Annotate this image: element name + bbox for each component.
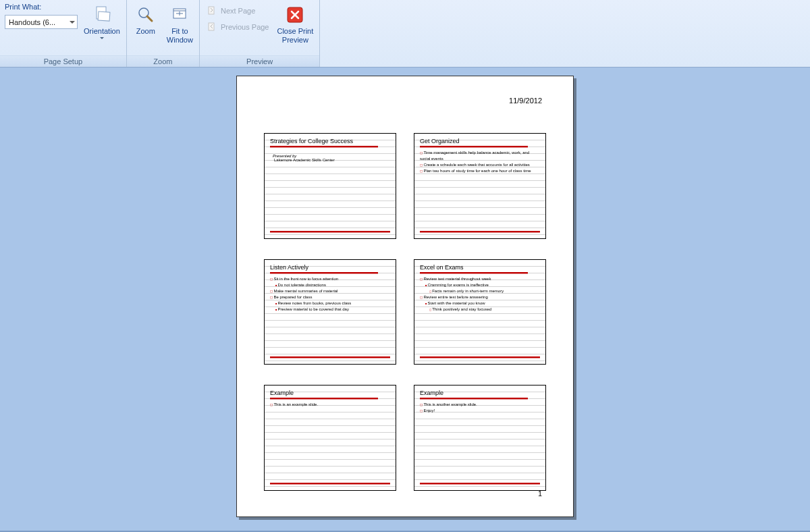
slide-body: Time management skills help balance acad… [420,150,540,174]
bottom-underline [270,231,390,232]
handout-page: 11/9/2012 1 Strategies for College Succe… [236,76,574,517]
title-underline [270,272,378,273]
fit-to-window-button[interactable]: Fit to Window [163,1,197,54]
next-page-label: Next Page [221,7,255,15]
group-page-setup: Print What: Handouts (6... Orientation P… [0,0,127,67]
zoom-label: Zoom [136,27,155,36]
bottom-underline [270,483,390,484]
slide-1: Strategies for College Success Presented… [264,133,396,239]
print-what-container: Print What: Handouts (6... [2,1,80,30]
previous-page-button[interactable]: Previous Page [202,19,273,35]
bottom-underline [420,356,540,358]
next-page-button[interactable]: Next Page [202,3,273,19]
previous-page-icon [206,21,218,33]
close-print-preview-label: Close Print Preview [277,27,313,45]
slide-4: Excel on Exams Review test material thro… [414,259,546,365]
slide-body: This is an example slide. [270,402,390,408]
slide-title: Excel on Exams [420,264,540,271]
slide-6: Example This is another example slide. E… [414,385,546,491]
bottom-underline [270,356,390,358]
slide-5: Example This is an example slide. [264,385,396,491]
fit-to-window-label: Fit to Window [167,27,193,45]
zoom-button[interactable]: Zoom [129,1,163,54]
group-label-page-setup: Page Setup [0,55,126,67]
next-page-icon [206,5,218,17]
slide-title: Listen Actively [270,264,390,271]
print-what-label: Print What: [5,3,77,11]
svg-rect-6 [209,7,214,14]
slide-title: Get Organized [420,138,540,144]
page-date: 11/9/2012 [509,97,542,105]
close-icon [286,3,304,26]
preview-workspace[interactable]: 11/9/2012 1 Strategies for College Succe… [0,68,810,532]
ribbon: Print What: Handouts (6... Orientation P… [0,0,810,68]
zoom-icon [136,3,155,26]
title-underline [420,398,528,399]
title-underline [270,146,378,147]
fit-to-window-icon [170,3,189,26]
chevron-down-icon [100,37,104,39]
orientation-icon [92,3,112,26]
slide-title: Strategies for College Success [270,138,390,144]
svg-rect-1 [98,11,110,21]
slide-3: Listen Actively Sit in the front row to … [264,259,396,365]
slide-title: Example [270,390,390,396]
bottom-underline [420,483,540,484]
bottom-underline [420,231,540,232]
slide-2: Get Organized Time management skills hel… [414,133,546,239]
print-what-value: Handouts (6... [9,18,55,26]
previous-page-label: Previous Page [221,23,269,31]
slide-org: Lakemore Academic Skills Center [274,158,390,162]
group-label-zoom: Zoom [127,55,199,67]
print-what-dropdown[interactable]: Handouts (6... [5,15,78,29]
slide-grid: Strategies for College Success Presented… [264,133,546,491]
title-underline [420,146,528,147]
slide-title: Example [420,390,540,396]
orientation-button[interactable]: Orientation [80,1,124,54]
slide-body: Review test material throughout week Cra… [420,276,540,313]
orientation-label: Orientation [84,27,120,36]
title-underline [270,398,378,399]
title-underline [420,272,528,273]
chevron-down-icon [70,21,75,24]
slide-body: This is another example slide. Enjoy! [420,402,540,414]
svg-line-3 [147,16,152,21]
group-label-preview: Preview [200,55,319,67]
close-print-preview-button[interactable]: Close Print Preview [273,1,317,54]
slide-body: Sit in the front row to focus attention … [270,276,390,313]
group-zoom: Zoom Fit to Window Zoom [127,0,200,67]
group-preview: Next Page Previous Page Close Print Prev [200,0,320,67]
